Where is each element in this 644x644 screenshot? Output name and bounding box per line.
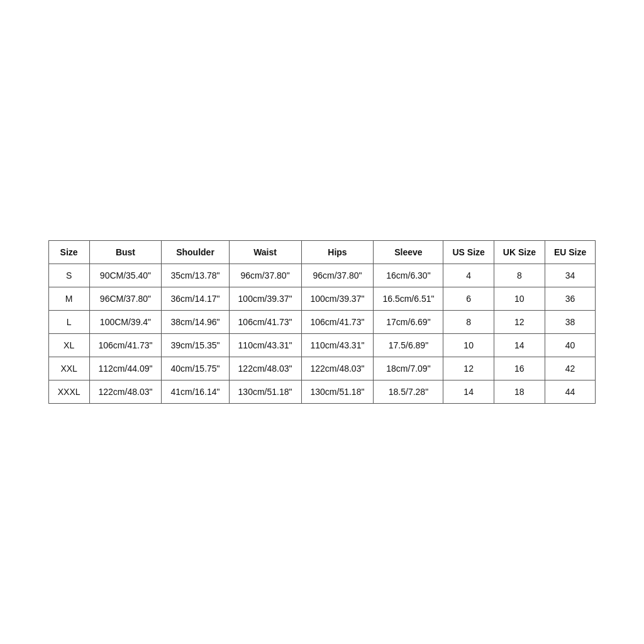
cell-eu_size: 36 (545, 287, 595, 311)
cell-sleeve: 17cm/6.69" (374, 311, 443, 334)
cell-eu_size: 40 (545, 334, 595, 357)
header-bust: Bust (89, 241, 162, 264)
cell-waist: 96cm/37.80" (229, 264, 301, 287)
cell-uk_size: 16 (494, 357, 545, 380)
cell-waist: 122cm/48.03" (229, 357, 301, 380)
table-row: XL106cm/41.73"39cm/15.35"110cm/43.31"110… (48, 334, 596, 357)
table-header-row: Size Bust Shoulder Waist Hips Sleeve US … (48, 241, 596, 264)
cell-bust: 112cm/44.09" (89, 357, 162, 380)
cell-eu_size: 38 (545, 311, 595, 334)
cell-sleeve: 16cm/6.30" (374, 264, 443, 287)
cell-us_size: 6 (443, 287, 494, 311)
cell-us_size: 14 (443, 380, 494, 404)
cell-waist: 130cm/51.18" (229, 380, 301, 404)
cell-bust: 90CM/35.40" (89, 264, 162, 287)
header-sleeve: Sleeve (374, 241, 443, 264)
cell-uk_size: 18 (494, 380, 545, 404)
cell-bust: 122cm/48.03" (89, 380, 162, 404)
cell-us_size: 8 (443, 311, 494, 334)
header-size: Size (48, 241, 89, 264)
cell-uk_size: 10 (494, 287, 545, 311)
cell-hips: 130cm/51.18" (301, 380, 374, 404)
cell-eu_size: 42 (545, 357, 595, 380)
cell-size: S (48, 264, 89, 287)
cell-shoulder: 38cm/14.96" (162, 311, 229, 334)
cell-us_size: 10 (443, 334, 494, 357)
table-row: S90CM/35.40"35cm/13.78"96cm/37.80"96cm/3… (48, 264, 596, 287)
cell-size: M (48, 287, 89, 311)
header-us-size: US Size (443, 241, 494, 264)
cell-shoulder: 39cm/15.35" (162, 334, 229, 357)
table-row: L100CM/39.4"38cm/14.96"106cm/41.73"106cm… (48, 311, 596, 334)
cell-bust: 96CM/37.80" (89, 287, 162, 311)
table-row: M96CM/37.80"36cm/14.17"100cm/39.37"100cm… (48, 287, 596, 311)
cell-size: XXXL (48, 380, 89, 404)
cell-hips: 96cm/37.80" (301, 264, 374, 287)
cell-shoulder: 35cm/13.78" (162, 264, 229, 287)
size-chart-container: Size Bust Shoulder Waist Hips Sleeve US … (48, 240, 596, 404)
cell-eu_size: 34 (545, 264, 595, 287)
cell-waist: 106cm/41.73" (229, 311, 301, 334)
cell-size: L (48, 311, 89, 334)
cell-uk_size: 8 (494, 264, 545, 287)
table-row: XXL112cm/44.09"40cm/15.75"122cm/48.03"12… (48, 357, 596, 380)
header-uk-size: UK Size (494, 241, 545, 264)
cell-uk_size: 14 (494, 334, 545, 357)
cell-eu_size: 44 (545, 380, 595, 404)
cell-bust: 106cm/41.73" (89, 334, 162, 357)
cell-hips: 110cm/43.31" (301, 334, 374, 357)
cell-shoulder: 40cm/15.75" (162, 357, 229, 380)
cell-size: XXL (48, 357, 89, 380)
header-hips: Hips (301, 241, 374, 264)
cell-sleeve: 17.5/6.89" (374, 334, 443, 357)
cell-us_size: 12 (443, 357, 494, 380)
cell-sleeve: 18.5/7.28" (374, 380, 443, 404)
cell-sleeve: 16.5cm/6.51" (374, 287, 443, 311)
header-eu-size: EU Size (545, 241, 595, 264)
cell-waist: 110cm/43.31" (229, 334, 301, 357)
cell-shoulder: 36cm/14.17" (162, 287, 229, 311)
cell-us_size: 4 (443, 264, 494, 287)
cell-sleeve: 18cm/7.09" (374, 357, 443, 380)
cell-hips: 122cm/48.03" (301, 357, 374, 380)
header-shoulder: Shoulder (162, 241, 229, 264)
size-chart-table: Size Bust Shoulder Waist Hips Sleeve US … (48, 240, 596, 404)
cell-uk_size: 12 (494, 311, 545, 334)
cell-hips: 100cm/39.37" (301, 287, 374, 311)
header-waist: Waist (229, 241, 301, 264)
cell-hips: 106cm/41.73" (301, 311, 374, 334)
table-row: XXXL122cm/48.03"41cm/16.14"130cm/51.18"1… (48, 380, 596, 404)
cell-size: XL (48, 334, 89, 357)
cell-shoulder: 41cm/16.14" (162, 380, 229, 404)
cell-waist: 100cm/39.37" (229, 287, 301, 311)
cell-bust: 100CM/39.4" (89, 311, 162, 334)
